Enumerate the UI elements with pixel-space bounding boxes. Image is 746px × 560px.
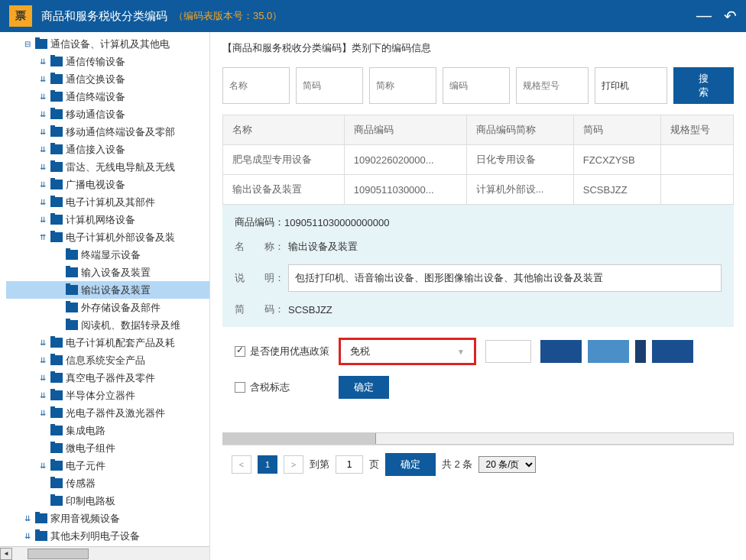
pager-confirm-button[interactable]: 确定 (385, 453, 436, 476)
back-icon[interactable]: ↶ (724, 7, 737, 25)
tree-label: 移动通信设备 (66, 108, 125, 121)
table-cell (661, 145, 734, 175)
tree-item[interactable]: ⇊电子元件 (6, 457, 209, 474)
tree-item[interactable]: 终端显示设备 (6, 246, 209, 264)
tree-label: 输入设备及装置 (81, 266, 151, 280)
search-keyword-input[interactable] (595, 67, 667, 104)
table-cell: 1090511030000... (344, 175, 466, 205)
table-cell: 日化专用设备 (466, 145, 573, 175)
tree-item[interactable]: 印制电路板 (6, 492, 209, 510)
tree-label: 通信传输设备 (66, 55, 125, 69)
search-code-input[interactable] (443, 67, 510, 104)
sidebar-hscroll[interactable]: ◄ (0, 546, 209, 560)
search-button[interactable]: 搜索 (673, 67, 734, 104)
table-cell: 肥皂成型专用设备 (223, 145, 345, 175)
tree-item[interactable]: ⇊雷达、无线电导航及无线 (6, 158, 209, 176)
tree-label: 通信交换设备 (66, 73, 125, 86)
tree-item[interactable]: ⇊其他未列明电子设备 (6, 527, 209, 542)
scroll-thumb[interactable] (28, 549, 89, 559)
tree-item[interactable]: ⇈电子计算机外部设备及装 (6, 228, 209, 246)
tree-item[interactable]: ⇊通信传输设备 (6, 53, 209, 70)
expand-icon[interactable]: ⇊ (40, 57, 50, 66)
pager-size-select[interactable]: 20 条/页 (478, 456, 536, 473)
expand-icon[interactable]: ⇊ (40, 180, 50, 189)
tree-item[interactable]: ⇊半导体分立器件 (6, 387, 209, 404)
folder-icon (50, 355, 63, 365)
tree-item[interactable]: 输出设备及装置 (6, 281, 209, 299)
tree-item[interactable]: 微电子组件 (6, 439, 209, 457)
app-logo: 票 (9, 5, 32, 27)
scroll-thumb[interactable] (223, 433, 376, 444)
folder-icon (50, 426, 63, 435)
search-name-input[interactable] (222, 67, 290, 104)
collapse-icon[interactable]: ⇈ (40, 233, 50, 241)
minimize-icon[interactable]: — (696, 7, 712, 25)
expand-icon[interactable]: ⇊ (40, 461, 50, 470)
tree-item[interactable]: ⇊广播电视设备 (6, 176, 209, 193)
expand-icon[interactable]: ⇊ (40, 163, 50, 171)
scroll-left-icon[interactable]: ◄ (0, 548, 12, 560)
expand-icon[interactable]: ⇊ (40, 409, 50, 417)
tree-label: 通信设备、计算机及其他电 (50, 37, 170, 51)
tree-item[interactable]: ⇊电子计算机配套产品及耗 (6, 334, 209, 351)
tree-item[interactable]: ⇊移动通信设备 (6, 105, 209, 123)
table-row[interactable]: 输出设备及装置1090511030000...计算机外部设...SCSBJZZ (223, 175, 734, 205)
search-abbr-input[interactable] (369, 67, 436, 104)
expand-icon[interactable]: ⇊ (40, 145, 50, 154)
folder-icon (35, 39, 47, 49)
detail-short-label: 简 码： (235, 303, 288, 316)
expand-icon[interactable]: ⇊ (40, 128, 50, 136)
expand-icon[interactable]: ⇊ (40, 198, 50, 206)
detail-code-value: 1090511030000000000 (284, 217, 389, 228)
tree-item[interactable]: ⇊移动通信终端设备及零部 (6, 123, 209, 141)
tree-item[interactable]: 集成电路 (6, 422, 209, 439)
tree-item[interactable]: ⇊家用音视频设备 (6, 510, 209, 527)
pager-page-input[interactable] (336, 455, 363, 474)
detail-name-value: 输出设备及装置 (288, 240, 358, 254)
expand-icon[interactable]: ⇊ (40, 215, 50, 224)
pager-prev-button[interactable]: < (232, 455, 251, 474)
tree-item[interactable]: 外存储设备及部件 (6, 299, 209, 316)
search-spec-input[interactable] (516, 67, 589, 104)
content-hscroll[interactable] (222, 432, 734, 445)
expand-icon[interactable]: ⇊ (24, 514, 35, 523)
expand-icon[interactable]: ⇊ (40, 356, 50, 364)
expand-icon[interactable]: ⇊ (40, 391, 50, 400)
expand-icon[interactable]: ⇊ (40, 338, 50, 347)
results-table: 名称商品编码商品编码简称简码规格型号 肥皂成型专用设备1090226020000… (222, 115, 734, 205)
folder-icon (66, 285, 78, 295)
detail-desc-value[interactable]: 包括打印机、语音输出设备、图形图像输出设备、其他输出设备及装置 (288, 264, 722, 292)
policy-select[interactable]: 免税 ▼ (339, 338, 476, 365)
tree-item[interactable]: ⇊信息系统安全产品 (6, 351, 209, 369)
tree-item[interactable]: ⇊光电子器件及激光器件 (6, 404, 209, 422)
pager-next-button[interactable]: > (284, 455, 303, 474)
tree-item[interactable]: 输入设备及装置 (6, 264, 209, 281)
tree-item[interactable]: ⇊计算机网络设备 (6, 211, 209, 228)
collapse-icon[interactable]: ⊟ (24, 40, 35, 48)
expand-icon[interactable]: ⇊ (24, 532, 35, 540)
table-row[interactable]: 肥皂成型专用设备1090226020000...日化专用设备FZCXZYSB (223, 145, 734, 175)
tree-item[interactable]: ⊟通信设备、计算机及其他电 (6, 35, 209, 53)
pager-page-1[interactable]: 1 (258, 455, 277, 474)
expand-icon[interactable]: ⇊ (40, 110, 50, 118)
tree-item[interactable]: 阅读机、数据转录及维 (6, 316, 209, 334)
expand-icon[interactable]: ⇊ (40, 374, 50, 382)
checkbox-icon (235, 382, 245, 393)
tree-item[interactable]: 传感器 (6, 474, 209, 492)
extra-input-1[interactable] (485, 340, 531, 363)
tree-label: 集成电路 (66, 424, 105, 438)
tree-item[interactable]: ⇊通信交换设备 (6, 70, 209, 88)
tree-item[interactable]: ⇊真空电子器件及零件 (6, 369, 209, 387)
tree-item[interactable]: ⇊通信接入设备 (6, 141, 209, 158)
search-shortcode-input[interactable] (296, 67, 363, 104)
expand-icon[interactable]: ⇊ (40, 92, 50, 101)
folder-icon (50, 215, 63, 225)
pager: < 1 > 到第 页 确定 共 2 条 20 条/页 (222, 445, 734, 484)
tree-item[interactable]: ⇊电子计算机及其部件 (6, 193, 209, 211)
expand-icon[interactable]: ⇊ (40, 75, 50, 83)
use-policy-checkbox[interactable]: 是否使用优惠政策 (235, 345, 329, 358)
policy-confirm-button[interactable]: 确定 (339, 376, 389, 399)
tree-item[interactable]: ⇊通信终端设备 (6, 88, 209, 105)
detail-code-label: 商品编码： (235, 215, 284, 229)
tax-flag-checkbox[interactable]: 含税标志 (235, 380, 290, 394)
